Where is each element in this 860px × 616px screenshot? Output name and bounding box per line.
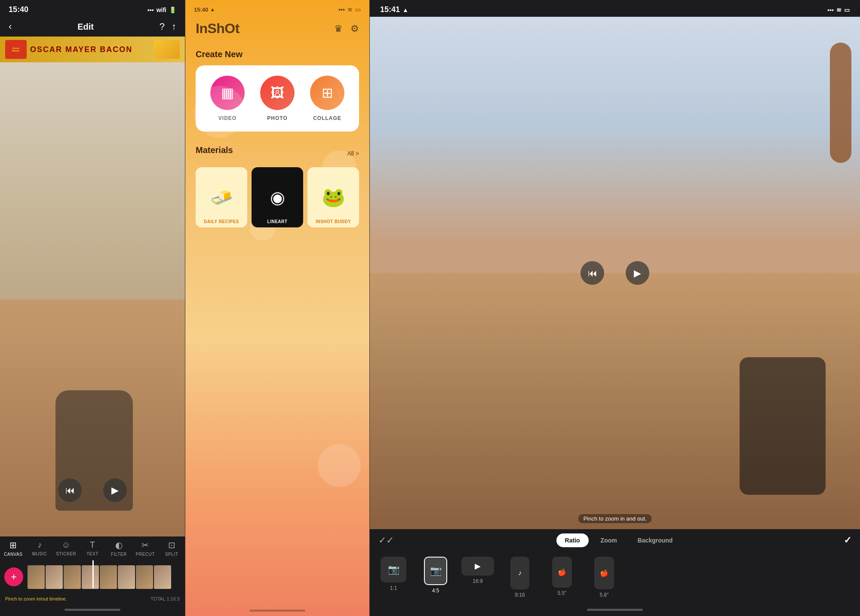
rewind-button-edit[interactable]: ⏮ xyxy=(58,478,82,502)
status-time-canvas: 15:41 xyxy=(380,5,400,14)
ratio-1-1[interactable]: 📷 1:1 xyxy=(374,557,413,598)
home-bar-edit xyxy=(64,609,120,611)
timeline-thumb-7 xyxy=(136,565,153,589)
collage-label: COLLAGE xyxy=(313,115,341,121)
all-materials-link[interactable]: All > xyxy=(347,150,359,157)
back-check-icon[interactable]: ✓✓ xyxy=(378,535,394,546)
share-button[interactable]: ↑ xyxy=(172,21,176,32)
materials-section: Materials All > 🧈 DAILY RECIPES ◉ LINEAR… xyxy=(185,138,369,234)
precut-tool[interactable]: ✂ PRECUT xyxy=(135,540,156,557)
sticker-label: STICKER xyxy=(56,552,76,556)
ad-banner[interactable]: Oscar Mayer OSCAR MAYER BACON xyxy=(0,37,185,62)
rewind-button-canvas[interactable]: ⏮ xyxy=(580,261,604,285)
ad-text: OSCAR MAYER BACON xyxy=(30,45,132,54)
settings-icon[interactable]: ⚙ xyxy=(350,23,359,34)
canvas-tool[interactable]: ⊞ CANVAS xyxy=(3,540,24,557)
filter-tool[interactable]: ◐ FILTER xyxy=(108,540,129,557)
canvas-icon: ⊞ xyxy=(9,540,17,550)
timeline-thumb-5 xyxy=(100,565,117,589)
signal-icon-canvas: ▪▪▪ xyxy=(827,6,834,13)
status-arrow-canvas: ▲ xyxy=(402,6,408,13)
material-inshot-buddy[interactable]: 🐸 INSHOT BUDDY xyxy=(307,167,359,227)
material-lineart[interactable]: ◉ LINEART xyxy=(252,167,303,227)
lineart-name: LINEART xyxy=(252,219,303,224)
canvas-video-preview: ⏮ ▶ Pinch to zoom in and out. xyxy=(370,17,860,529)
sticker-tool[interactable]: ☺ STICKER xyxy=(55,540,77,557)
ratio-box-16-9: ▶ xyxy=(461,557,494,576)
photo-circle: 🖼 xyxy=(260,76,295,110)
collage-circle: ⊞ xyxy=(310,76,344,110)
canvas-pinch-hint: Pinch to zoom in and out. xyxy=(578,514,652,523)
video-circle: ▦ xyxy=(210,76,245,110)
ratio-box-5-8: 🍎 xyxy=(594,557,614,589)
ratio-box-9-16: ♪ xyxy=(510,557,529,589)
edit-toolbar: ⊞ CANVAS ♪ MUSIC ☺ STICKER T TEXT ◐ FILT… xyxy=(0,536,185,559)
apple-icon-2: 🍎 xyxy=(600,569,608,577)
instagram-icon-1: 📷 xyxy=(388,564,399,575)
crown-icon[interactable]: ♛ xyxy=(334,23,343,34)
guitar-element xyxy=(830,43,851,163)
playback-controls-edit: ⏮ ▶ xyxy=(58,478,127,502)
pinch-text-edit: Pinch to zoom in/out timeline. xyxy=(5,596,67,601)
total-duration: TOTAL 1:16.5 xyxy=(150,596,180,601)
ratio-tab[interactable]: Ratio xyxy=(556,533,589,547)
split-tool[interactable]: ⊡ SPLIT xyxy=(161,540,182,557)
zoom-tab[interactable]: Zoom xyxy=(592,533,626,547)
ratio-box-5-5: 🍎 xyxy=(552,557,572,588)
timeline-scroll[interactable] xyxy=(0,562,185,592)
dog-figure-canvas xyxy=(740,357,826,495)
timeline-thumb-6 xyxy=(118,565,135,589)
back-button[interactable]: ‹ xyxy=(9,21,12,32)
timeline-thumb-1 xyxy=(28,565,45,589)
precut-label: PRECUT xyxy=(136,552,155,557)
wifi-icon-canvas: ≋ xyxy=(836,6,842,13)
wifi-icon: wifi xyxy=(157,6,166,13)
buddy-visual: 🐸 xyxy=(322,186,345,208)
home-bar-canvas xyxy=(587,609,643,611)
music-tool[interactable]: ♪ MUSIC xyxy=(29,540,50,557)
play-button-edit[interactable]: ▶ xyxy=(103,478,127,502)
ratio-4-5[interactable]: 📷 4:5 xyxy=(416,557,455,598)
confirm-button[interactable]: ✓ xyxy=(844,535,851,546)
home-panel: 15:40 ▲ ▪▪▪ ≋ ▭ InShOt ♛ ⚙ Create New ▦ … xyxy=(185,0,370,616)
create-photo-option[interactable]: 🖼 PHOTO xyxy=(260,76,295,121)
status-bar-canvas: 15:41 ▲ ▪▪▪ ≋ ▭ xyxy=(370,0,860,17)
materials-title: Materials xyxy=(196,145,233,155)
wifi-icon-home: ≋ xyxy=(347,6,353,13)
background-tab[interactable]: Background xyxy=(629,533,682,547)
play-button-canvas[interactable]: ▶ xyxy=(626,261,649,285)
status-left-home: 15:40 ▲ xyxy=(194,6,215,13)
status-icons-canvas: ▪▪▪ ≋ ▭ xyxy=(827,6,850,13)
timeline-thumb-2 xyxy=(46,565,63,589)
recipes-visual: 🧈 xyxy=(210,186,233,208)
create-collage-option[interactable]: ⊞ COLLAGE xyxy=(310,76,344,121)
oscar-mayer-logo: Oscar Mayer xyxy=(5,40,27,59)
ratio-16-9[interactable]: ▶ 16:9 xyxy=(458,557,497,598)
text-tool[interactable]: T TEXT xyxy=(82,540,103,557)
help-button[interactable]: ? xyxy=(160,21,165,32)
battery-icon: 🔋 xyxy=(169,6,176,13)
ratio-5-8[interactable]: 🍎 5.8" xyxy=(585,557,624,598)
status-time-edit: 15:40 xyxy=(9,5,28,14)
ratio-box-4-5: 📷 xyxy=(424,557,447,585)
youtube-icon: ▶ xyxy=(475,561,481,571)
canvas-status-left: 15:41 ▲ xyxy=(380,5,408,14)
material-daily-recipes[interactable]: 🧈 DAILY RECIPES xyxy=(196,167,247,227)
home-indicator-canvas xyxy=(370,603,860,616)
filter-icon: ◐ xyxy=(115,540,123,550)
create-video-option[interactable]: ▦ VIDEO xyxy=(210,76,245,121)
ratio-label-5-8: 5.8" xyxy=(600,592,609,598)
timeline-thumb-4 xyxy=(82,565,99,589)
photo-label: PHOTO xyxy=(267,115,287,121)
location-icon: ▲ xyxy=(210,6,215,12)
edit-title: Edit xyxy=(77,22,94,32)
ratio-9-16[interactable]: ♪ 9:16 xyxy=(501,557,539,598)
create-card: ▦ VIDEO 🖼 PHOTO ⊞ COLLAGE xyxy=(196,65,359,132)
instagram-icon-2: 📷 xyxy=(430,565,442,576)
apple-icon-1: 🍎 xyxy=(558,568,566,576)
ratio-label-5-5: 5.5" xyxy=(558,590,567,596)
play-icon: ▶ xyxy=(111,485,119,496)
music-icon: ♪ xyxy=(37,540,42,550)
ratio-5-5[interactable]: 🍎 5.5" xyxy=(543,557,581,598)
add-media-button[interactable]: + xyxy=(4,567,23,586)
